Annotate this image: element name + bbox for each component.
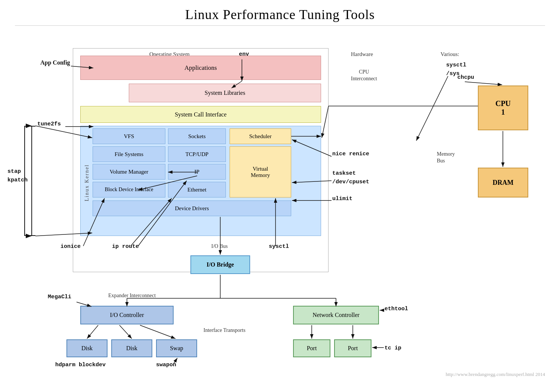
network-controller-label: Network Controller (312, 312, 360, 318)
ionice-label: ionice (60, 243, 81, 250)
sockets-label: Sockets (188, 133, 206, 140)
page-title: Linux Performance Tuning Tools (0, 0, 560, 25)
ethernet-label: Ethernet (187, 187, 206, 193)
vfs-box: VFS (93, 128, 165, 144)
interface-transports-label: Interface Transports (203, 327, 245, 333)
ip-label: IP (195, 169, 199, 175)
dram-label: DRAM (493, 179, 514, 187)
various-section-label: Various: (441, 51, 459, 57)
ethtool-label: ethtool (385, 306, 408, 312)
stap-brace-top (31, 126, 35, 127)
swap-label: Swap (170, 345, 183, 352)
block-device-interface-box: Block Device Interface (93, 182, 165, 197)
svg-line-6 (416, 76, 448, 141)
ethernet-box: Ethernet (168, 182, 226, 197)
disk2-label: Disk (126, 345, 137, 352)
tcp-udp-label: TCP/UDP (186, 151, 209, 158)
nice-renice-label: nice renice (332, 151, 369, 157)
volume-manager-label: Volume Manager (110, 169, 148, 175)
svg-line-28 (87, 325, 98, 339)
hardware-section-label: Hardware (351, 51, 373, 57)
device-drivers-label: Device Drivers (175, 205, 209, 212)
io-bridge-box: I/O Bridge (190, 255, 250, 274)
vfs-label: VFS (124, 133, 134, 140)
app-config-label: App Config (40, 59, 70, 66)
system-libraries-box: System Libraries (129, 84, 321, 102)
disk1-label: Disk (81, 345, 93, 352)
stap-kpatch-brace (24, 126, 32, 236)
scheduler-box: Scheduler (230, 128, 291, 144)
tc-ip-label: tc ip (385, 345, 401, 351)
file-systems-box: File Systems (93, 146, 165, 162)
cpu-label: CPU1 (495, 99, 511, 116)
io-bridge-label: I/O Bridge (206, 261, 234, 268)
stap-brace-bottom (31, 235, 35, 236)
linux-kernel-label: Linux Kernel (82, 138, 92, 227)
swap-box: Swap (156, 339, 197, 357)
device-drivers-box: Device Drivers (93, 200, 291, 216)
applications-box: Applications (80, 56, 321, 80)
applications-label: Applications (184, 64, 217, 72)
swapon-label: swapon (156, 362, 176, 368)
env-label: env (239, 51, 249, 57)
footer-url: http://www.brendangregg.com/linuxperf.ht… (446, 371, 545, 377)
tcp-udp-box: TCP/UDP (168, 146, 226, 162)
disk2-box: Disk (111, 339, 152, 357)
network-controller-box: Network Controller (293, 306, 379, 324)
svg-line-7 (465, 82, 502, 85)
ip-box: IP (168, 164, 226, 180)
cpu-box: CPU1 (478, 85, 528, 130)
disk1-box: Disk (66, 339, 108, 357)
scheduler-label: Scheduler (249, 133, 272, 140)
virtual-memory-box: VirtualMemory (230, 146, 291, 197)
file-systems-label: File Systems (115, 151, 143, 158)
dram-box: DRAM (478, 168, 528, 197)
system-libraries-label: System Libraries (205, 90, 245, 96)
port2-label: Port (348, 345, 358, 352)
system-call-interface-box: System Call Interface (80, 106, 321, 123)
io-controller-label: I/O Controller (110, 312, 144, 318)
megacli-label: MegaCli (48, 294, 71, 300)
virtual-memory-label: VirtualMemory (251, 166, 270, 178)
system-call-interface-label: System Call Interface (175, 111, 227, 118)
io-controller-box: I/O Controller (80, 306, 174, 324)
sockets-box: Sockets (168, 128, 226, 144)
ip-route-label: ip route (112, 243, 139, 250)
taskset-cpuset-label: taskset/dev/cpuset (332, 169, 369, 186)
sysctl2-label: sysctl (269, 243, 289, 250)
memory-bus-label: MemoryBus (437, 151, 455, 164)
port1-label: Port (307, 345, 317, 352)
expander-interconnect-label: Expander Interconnect (108, 293, 156, 299)
hdparm-blockdev-label: hdparm blockdev (55, 362, 106, 368)
main-diagram: Operating System Hardware Various: CPUIn… (0, 26, 560, 384)
cpu-interconnect-label: CPUInterconnect (351, 69, 377, 82)
svg-line-30 (140, 325, 175, 339)
svg-line-29 (119, 325, 132, 339)
volume-manager-box: Volume Manager (93, 164, 165, 180)
block-device-interface-label: Block Device Interface (105, 187, 153, 193)
ulimit-label: ulimit (332, 196, 352, 202)
chcpu-label: chcpu (457, 74, 474, 81)
tune2fs-label: tune2fs (37, 121, 61, 127)
port2-box: Port (334, 339, 371, 357)
port1-box: Port (293, 339, 330, 357)
